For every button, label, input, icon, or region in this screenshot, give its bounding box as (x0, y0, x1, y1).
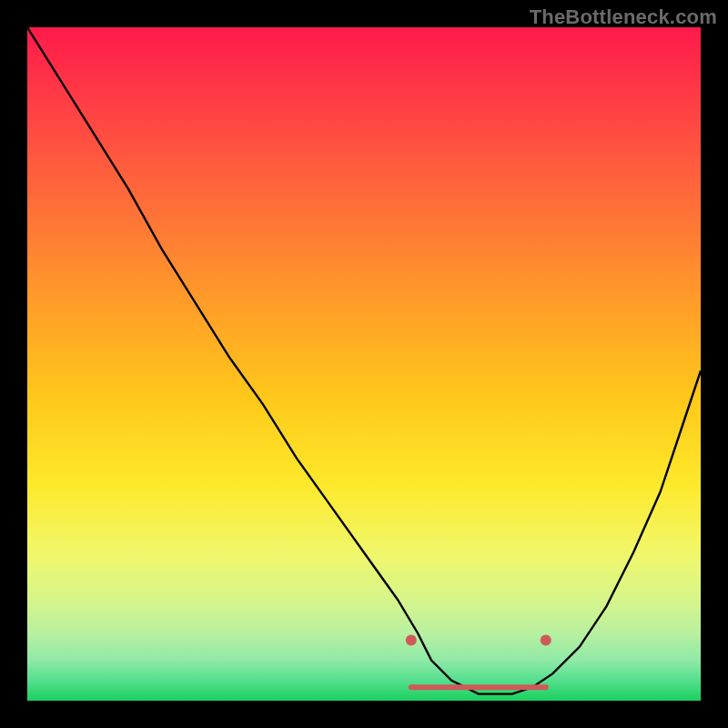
chart-plot-area (27, 27, 701, 701)
flat-segment-left-dot (406, 634, 417, 645)
bottleneck-curve-line (27, 27, 701, 694)
flat-segment-right-dot (541, 634, 551, 645)
watermark-text: TheBottleneck.com (530, 5, 717, 29)
chart-svg (27, 27, 701, 701)
